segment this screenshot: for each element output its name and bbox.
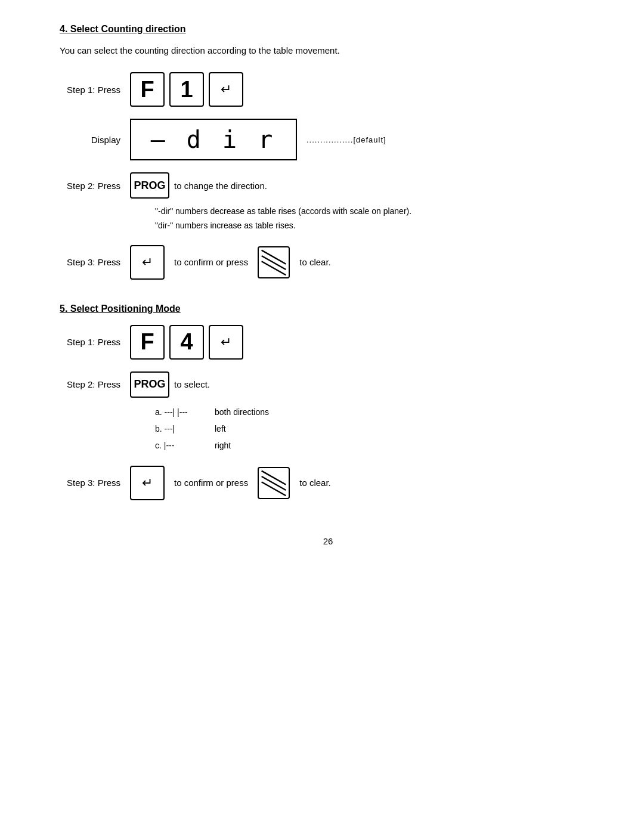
key-enter-4: ↵ bbox=[130, 466, 165, 500]
key-4: 4 bbox=[169, 325, 204, 360]
key-clear-2 bbox=[258, 467, 290, 499]
section5-step3-confirm: to confirm or press bbox=[174, 478, 248, 488]
section4-step3-label: Step 3: Press bbox=[60, 257, 125, 267]
section4-notes: "-dir" numbers decrease as table rises (… bbox=[155, 205, 596, 233]
option-b-desc: left bbox=[215, 420, 226, 437]
option-a-code: a. ---| |--- bbox=[155, 404, 203, 420]
option-c-code: c. |--- bbox=[155, 437, 203, 454]
section5-step2-row: Step 2: Press PROG to select. bbox=[60, 371, 596, 398]
page-number: 26 bbox=[60, 536, 596, 546]
prog-label-2: PROG bbox=[134, 378, 165, 391]
section5-step2-label: Step 2: Press bbox=[60, 379, 125, 389]
prog-label-1: PROG bbox=[134, 179, 165, 192]
section4-step2-text: to change the direction. bbox=[174, 181, 267, 191]
key-f-2: F bbox=[130, 325, 165, 360]
section5-step2-text: to select. bbox=[174, 379, 210, 389]
section4-step2-row: Step 2: Press PROG to change the directi… bbox=[60, 172, 596, 199]
section4-step1-row: Step 1: Press F 1 ↵ bbox=[60, 72, 596, 107]
key-f-1: F bbox=[130, 72, 165, 107]
key-enter-1: ↵ bbox=[209, 72, 243, 107]
section4-display-box: — d i r bbox=[130, 119, 297, 160]
section4-display-value: — d i r bbox=[151, 126, 277, 153]
section5-options: a. ---| |--- both directions b. ---| lef… bbox=[155, 404, 596, 454]
section4-step3-clear: to clear. bbox=[299, 257, 331, 267]
option-c-desc: right bbox=[215, 437, 231, 454]
section4-step2-label: Step 2: Press bbox=[60, 181, 125, 191]
section5-title: 5. Select Positioning Mode bbox=[60, 304, 596, 314]
list-item: a. ---| |--- both directions bbox=[155, 404, 596, 420]
section4-display-label: Display bbox=[60, 135, 125, 145]
section4-note1: "-dir" numbers decrease as table rises (… bbox=[155, 205, 596, 219]
section5: 5. Select Positioning Mode Step 1: Press… bbox=[60, 304, 596, 500]
section4-note2: "dir-" numbers increase as table rises. bbox=[155, 219, 596, 233]
section4-step3-confirm: to confirm or press bbox=[174, 257, 248, 267]
list-item: b. ---| left bbox=[155, 420, 596, 437]
section5-step3-clear: to clear. bbox=[299, 478, 331, 488]
section4-desc: You can select the counting direction ac… bbox=[60, 45, 596, 55]
section4-title: 4. Select Counting direction bbox=[60, 24, 596, 35]
section5-step1-label: Step 1: Press bbox=[60, 337, 125, 347]
key-prog-2: PROG bbox=[130, 371, 169, 398]
section4-default-text: .................[default] bbox=[306, 135, 386, 144]
section4-step3-row: Step 3: Press ↵ to confirm or press to c… bbox=[60, 245, 596, 280]
key-enter-2: ↵ bbox=[130, 245, 165, 280]
section5-step3-label: Step 3: Press bbox=[60, 478, 125, 488]
section5-step3-row: Step 3: Press ↵ to confirm or press to c… bbox=[60, 466, 596, 500]
key-enter-3: ↵ bbox=[209, 325, 243, 360]
section4-display-row: Display — d i r .................[defaul… bbox=[60, 119, 596, 160]
key-prog-1: PROG bbox=[130, 172, 169, 199]
section5-step1-row: Step 1: Press F 4 ↵ bbox=[60, 325, 596, 360]
section4: 4. Select Counting direction You can sel… bbox=[60, 24, 596, 280]
option-b-code: b. ---| bbox=[155, 420, 203, 437]
key-clear-1 bbox=[258, 246, 290, 278]
list-item: c. |--- right bbox=[155, 437, 596, 454]
option-a-desc: both directions bbox=[215, 404, 269, 420]
key-1: 1 bbox=[169, 72, 204, 107]
section4-step1-label: Step 1: Press bbox=[60, 85, 125, 95]
